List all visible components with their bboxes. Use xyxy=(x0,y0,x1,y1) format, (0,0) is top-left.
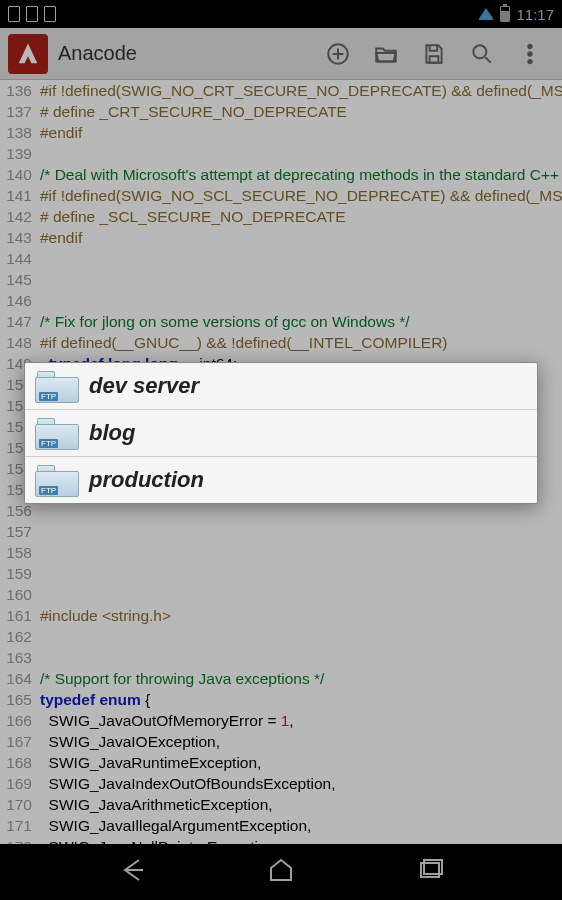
line-number: 139 xyxy=(0,143,40,164)
code-line[interactable]: 143#endif xyxy=(0,227,562,248)
code-line[interactable]: 165typedef enum { xyxy=(0,689,562,710)
code-line[interactable]: 145 xyxy=(0,269,562,290)
code-content xyxy=(40,626,562,647)
device-icon xyxy=(8,6,20,22)
code-line[interactable]: 162 xyxy=(0,626,562,647)
open-folder-button[interactable] xyxy=(362,30,410,78)
code-line[interactable]: 164/* Support for throwing Java exceptio… xyxy=(0,668,562,689)
line-number: 171 xyxy=(0,815,40,836)
line-number: 169 xyxy=(0,773,40,794)
code-line[interactable]: 161#include <string.h> xyxy=(0,605,562,626)
code-content xyxy=(40,647,562,668)
code-line[interactable]: 168 SWIG_JavaRuntimeException, xyxy=(0,752,562,773)
code-content: #include <string.h> xyxy=(40,605,562,626)
app-icon[interactable] xyxy=(8,34,48,74)
code-content: # define _SCL_SECURE_NO_DEPRECATE xyxy=(40,206,562,227)
code-line[interactable]: 159 xyxy=(0,563,562,584)
code-line[interactable]: 158 xyxy=(0,542,562,563)
back-button[interactable] xyxy=(117,854,149,890)
line-number: 146 xyxy=(0,290,40,311)
line-number: 170 xyxy=(0,794,40,815)
code-line[interactable]: 170 SWIG_JavaArithmeticException, xyxy=(0,794,562,815)
code-content: #endif xyxy=(40,227,562,248)
ftp-server-item[interactable]: FTPproduction xyxy=(25,457,537,503)
code-line[interactable]: 137# define _CRT_SECURE_NO_DEPRECATE xyxy=(0,101,562,122)
status-bar: 11:17 xyxy=(0,0,562,28)
line-number: 140 xyxy=(0,164,40,185)
code-line[interactable]: 139 xyxy=(0,143,562,164)
line-number: 159 xyxy=(0,563,40,584)
code-line[interactable]: 142# define _SCL_SECURE_NO_DEPRECATE xyxy=(0,206,562,227)
code-content: SWIG_JavaIllegalArgumentException, xyxy=(40,815,562,836)
code-line[interactable]: 141#if !defined(SWIG_NO_SCL_SECURE_NO_DE… xyxy=(0,185,562,206)
code-line[interactable]: 157 xyxy=(0,521,562,542)
line-number: 141 xyxy=(0,185,40,206)
status-notification-icons xyxy=(8,6,56,22)
code-line[interactable]: 172 SWIG_JavaNullPointerException, xyxy=(0,836,562,844)
code-content: typedef enum { xyxy=(40,689,562,710)
code-content xyxy=(40,584,562,605)
code-line[interactable]: 167 SWIG_JavaIOException, xyxy=(0,731,562,752)
line-number: 165 xyxy=(0,689,40,710)
code-line[interactable]: 144 xyxy=(0,248,562,269)
home-button[interactable] xyxy=(265,854,297,890)
code-line[interactable]: 166 SWIG_JavaOutOfMemoryError = 1, xyxy=(0,710,562,731)
app-title: Anacode xyxy=(58,42,137,65)
ftp-folder-icon: FTP xyxy=(35,463,79,497)
status-clock: 11:17 xyxy=(516,6,554,23)
code-line[interactable]: 148#if defined(__GNUC__) && !defined(__I… xyxy=(0,332,562,353)
code-content: #endif xyxy=(40,122,562,143)
ftp-server-item[interactable]: FTPblog xyxy=(25,410,537,457)
device-icon xyxy=(44,6,56,22)
ftp-folder-icon: FTP xyxy=(35,416,79,450)
code-content xyxy=(40,248,562,269)
ftp-server-item[interactable]: FTPdev server xyxy=(25,363,537,410)
line-number: 162 xyxy=(0,626,40,647)
code-content: SWIG_JavaOutOfMemoryError = 1, xyxy=(40,710,562,731)
code-content xyxy=(40,143,562,164)
line-number: 166 xyxy=(0,710,40,731)
code-line[interactable]: 138#endif xyxy=(0,122,562,143)
code-content: SWIG_JavaRuntimeException, xyxy=(40,752,562,773)
line-number: 167 xyxy=(0,731,40,752)
code-content xyxy=(40,563,562,584)
overflow-menu-button[interactable] xyxy=(506,30,554,78)
ftp-server-dialog: FTPdev serverFTPblogFTPproduction xyxy=(24,362,538,504)
recent-apps-button[interactable] xyxy=(414,854,446,890)
code-line[interactable]: 136#if !defined(SWIG_NO_CRT_SECURE_NO_DE… xyxy=(0,80,562,101)
svg-point-2 xyxy=(528,44,531,47)
code-content xyxy=(40,269,562,290)
line-number: 160 xyxy=(0,584,40,605)
ftp-folder-icon: FTP xyxy=(35,369,79,403)
save-button[interactable] xyxy=(410,30,458,78)
code-content: SWIG_JavaArithmeticException, xyxy=(40,794,562,815)
line-number: 143 xyxy=(0,227,40,248)
svg-point-1 xyxy=(473,45,486,58)
code-content xyxy=(40,542,562,563)
code-content: #if !defined(SWIG_NO_SCL_SECURE_NO_DEPRE… xyxy=(40,185,562,206)
line-number: 142 xyxy=(0,206,40,227)
code-content: #if !defined(SWIG_NO_CRT_SECURE_NO_DEPRE… xyxy=(40,80,562,101)
line-number: 163 xyxy=(0,647,40,668)
svg-point-3 xyxy=(528,52,531,55)
code-content: #if defined(__GNUC__) && !defined(__INTE… xyxy=(40,332,562,353)
code-content: SWIG_JavaNullPointerException, xyxy=(40,836,562,844)
line-number: 172 xyxy=(0,836,40,844)
line-number: 145 xyxy=(0,269,40,290)
line-number: 168 xyxy=(0,752,40,773)
add-button[interactable] xyxy=(314,30,362,78)
code-line[interactable]: 160 xyxy=(0,584,562,605)
code-content: SWIG_JavaIndexOutOfBoundsException, xyxy=(40,773,562,794)
line-number: 158 xyxy=(0,542,40,563)
search-button[interactable] xyxy=(458,30,506,78)
code-content: # define _CRT_SECURE_NO_DEPRECATE xyxy=(40,101,562,122)
code-line[interactable]: 169 SWIG_JavaIndexOutOfBoundsException, xyxy=(0,773,562,794)
line-number: 161 xyxy=(0,605,40,626)
code-content xyxy=(40,290,562,311)
code-line[interactable]: 163 xyxy=(0,647,562,668)
code-line[interactable]: 146 xyxy=(0,290,562,311)
line-number: 148 xyxy=(0,332,40,353)
code-line[interactable]: 140/* Deal with Microsoft's attempt at d… xyxy=(0,164,562,185)
code-line[interactable]: 171 SWIG_JavaIllegalArgumentException, xyxy=(0,815,562,836)
code-line[interactable]: 147/* Fix for jlong on some versions of … xyxy=(0,311,562,332)
